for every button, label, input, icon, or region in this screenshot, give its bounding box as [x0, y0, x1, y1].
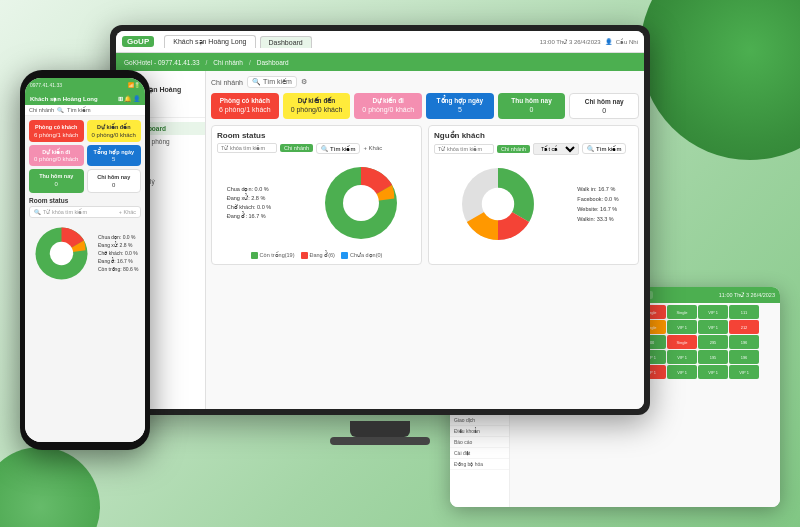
guest-source-filters: Chi nhánh Tất cả 🔍 Tìm kiếm	[434, 143, 633, 155]
phone-card-du-kien-den[interactable]: Dự kiến đến 0 phòng/0 khách	[87, 120, 142, 142]
grid-row3-6: Single	[667, 335, 697, 349]
card-du-kien-di[interactable]: Dự kiến đi 0 phòng/0 khách	[354, 93, 422, 119]
smartphone: 0977.41.41.33 📶🔋 Khách sạn Hoàng Long ⊞ …	[20, 70, 150, 450]
pie-guest-hole	[482, 188, 514, 220]
card-white-value: 0	[575, 107, 633, 114]
phone-hotel-status: 0977.41.41.33	[30, 82, 62, 88]
datetime-display: 13:00 Thứ 3 26/4/2023	[540, 38, 601, 45]
third-sidebar-giao-dich[interactable]: Giao dịch	[450, 415, 509, 426]
search-label3: Tìm kiếm	[596, 145, 621, 152]
phone-card-chi-hom-nay[interactable]: Chi hôm nay 0	[87, 169, 142, 193]
room-status-search-input[interactable]	[217, 143, 277, 153]
guest-source-search-input[interactable]	[434, 144, 494, 154]
phone-card-phong-co-khach[interactable]: Phòng có khách 6 phòng/1 khách	[29, 120, 84, 142]
phone-card-du-kien-di[interactable]: Dự kiến đi 0 phòng/0 khách	[29, 145, 84, 167]
third-datetime: 11:00 Thứ 3 26/4/2023	[719, 292, 775, 298]
legend-dang-o-label: Đang ở(6)	[310, 252, 335, 258]
phone-content: Phòng có khách 6 phòng/1 khách Dự kiến đ…	[25, 116, 145, 442]
charts-row: Room status Chi nhánh 🔍 Tìm kiếm + Khác	[211, 125, 639, 265]
guest-search-btn[interactable]: 🔍 Tìm kiếm	[582, 143, 626, 154]
filter-khac-btn[interactable]: + Khác	[363, 145, 382, 151]
card-blue-title: Tổng hợp ngày	[431, 97, 489, 105]
phone-card-red-title: Phòng có khách	[33, 124, 80, 131]
phone-search-placeholder: Từ khóa tìm kiếm	[43, 209, 87, 215]
grid-row4-8: 196	[729, 350, 759, 364]
breadcrumb-separator: /	[206, 59, 208, 66]
phone-card-green-title: Thu hôm nay	[33, 173, 80, 180]
phone-label-dang-o: Đang ở: 16.7 %	[98, 258, 139, 264]
filter-branch-label: Chi nhánh	[211, 79, 243, 86]
phone-label-con-trong: Còn trống: 80.6 %	[98, 266, 139, 272]
grid-row5-6: VIP 1	[667, 365, 697, 379]
grid-row4-6: VIP 1	[667, 350, 697, 364]
browser-tab-dashboard[interactable]: Dashboard	[260, 36, 312, 48]
legend-con-trong: Còn trống(19)	[251, 252, 295, 259]
settings-icon[interactable]: ⚙	[301, 78, 307, 86]
monitor-stand	[350, 421, 410, 437]
phone-screen: 0977.41.41.33 📶🔋 Khách sạn Hoàng Long ⊞ …	[25, 78, 145, 442]
phone-hotel-name: Khách sạn Hoàng Long	[30, 95, 98, 102]
third-sidebar-cai-dat[interactable]: Cài đặt	[450, 448, 509, 459]
third-sidebar-dong-bo[interactable]: Đồng bộ hóa	[450, 459, 509, 470]
phone-label-dang-xu: Đang xử: 2.8 %	[98, 242, 139, 248]
card-thu-hom-nay[interactable]: Thu hôm nay 0	[498, 93, 566, 119]
card-tong-hop-ngay[interactable]: Tổng hợp ngày 5	[426, 93, 494, 119]
room-status-search-btn[interactable]: 🔍 Tìm kiếm	[316, 143, 360, 154]
facebook-label: Facebook: 0.0 %	[577, 196, 618, 202]
guest-filter-all[interactable]: Tất cả	[533, 143, 579, 155]
room-status-filters: Chi nhánh 🔍 Tìm kiếm + Khác	[217, 143, 416, 154]
main-search-box[interactable]: 🔍 Tìm kiếm	[247, 76, 297, 88]
phone-status-icons: 📶🔋	[128, 82, 140, 88]
chua-don-label: Chua dọn: 0.0 %	[227, 186, 297, 192]
phone-label-cho-khach: Chờ khách: 0.0 %	[98, 250, 139, 256]
grid-cell-111: 111	[729, 305, 759, 319]
browser-tab-hotel[interactable]: Khách sạn Hoàng Long	[164, 35, 255, 48]
legend-red-square	[301, 252, 308, 259]
card-phong-co-khach[interactable]: Phòng có khách 6 phòng/1 khách	[211, 93, 279, 119]
phone-card-white-value: 0	[92, 182, 137, 188]
phone-filter-more[interactable]: + Khác	[119, 209, 136, 215]
pie-donut-hole	[343, 185, 379, 221]
third-sidebar-dieu-khoan[interactable]: Điều khoản	[450, 426, 509, 437]
monitor-base	[330, 437, 430, 445]
phone-card-yellow-value: 0 phòng/0 khách	[91, 132, 138, 138]
third-sidebar-bao-cao[interactable]: Báo cáo	[450, 437, 509, 448]
card-green-title: Thu hôm nay	[503, 97, 561, 105]
monitor-main-content: Khách sạn Hoàng Long Dashboard Sơ đồ phò…	[116, 71, 644, 409]
grid-row2-8: 212	[729, 320, 759, 334]
app-navbar: GoKHotel - 0977.41.41.33 / Chi nhánh / D…	[116, 53, 644, 71]
search-icon3: 🔍	[587, 145, 594, 152]
filter-chi-nhanh-btn[interactable]: Chi nhánh	[280, 144, 313, 152]
phone-card-green-value: 0	[33, 181, 80, 187]
phone-card-tong-hop[interactable]: Tổng hợp ngày 5	[87, 145, 142, 167]
phone-search-icon[interactable]: 🔍	[57, 107, 64, 113]
search-icon: 🔍	[252, 78, 261, 86]
grid-cell-105: Single	[667, 305, 697, 319]
phone-card-thu-hom-nay[interactable]: Thu hôm nay 0	[29, 169, 84, 193]
browser-topbar: GoUP Khách sạn Hoàng Long Dashboard 13:0…	[116, 31, 644, 53]
phone-header: Khách sạn Hoàng Long ⊞ 🔔 👤	[25, 92, 145, 105]
grid-row3-7: 295	[698, 335, 728, 349]
phone-search-bar[interactable]: 🔍 Từ khóa tìm kiếm + Khác	[29, 206, 141, 218]
card-yellow-value: 0 phòng/0 khách	[288, 106, 346, 113]
card-green-value: 0	[503, 106, 561, 113]
phone-card-pink-title: Dự kiến đi	[33, 149, 80, 156]
legend-green-square	[251, 252, 258, 259]
phone-card-pink-value: 0 phòng/0 khách	[33, 156, 80, 162]
guest-filter-chi-nhanh[interactable]: Chi nhánh	[497, 145, 530, 153]
card-du-kien-den[interactable]: Dự kiến đến 0 phòng/0 khách	[283, 93, 351, 119]
phone-card-yellow-title: Dự kiến đến	[91, 124, 138, 131]
main-filter-bar: Chi nhánh 🔍 Tìm kiếm ⚙	[211, 76, 639, 88]
status-cards-row: Phòng có khách 6 phòng/1 khách Dự kiến đ…	[211, 93, 639, 119]
room-status-pie-area: Chua dọn: 0.0 % Đang xử: 2.8 % Chờ khách…	[217, 158, 416, 248]
card-chi-hom-nay[interactable]: Chi hôm nay 0	[569, 93, 639, 119]
walkin-label: Walk in: 16.7 %	[577, 186, 618, 192]
legend-chua-don-label: Chưa dọn(0)	[350, 252, 382, 258]
grid-row2-6: VIP 1	[667, 320, 697, 334]
walkin2-label: Walkin: 33.3 %	[577, 216, 618, 222]
monitor-screen: GoUP Khách sạn Hoàng Long Dashboard 13:0…	[116, 31, 644, 409]
phone-card-white-title: Chi hôm nay	[92, 174, 137, 181]
card-blue-value: 5	[431, 106, 489, 113]
phone-card-red-value: 6 phòng/1 khách	[33, 132, 80, 138]
user-name: Cầu Nhi	[616, 38, 638, 45]
